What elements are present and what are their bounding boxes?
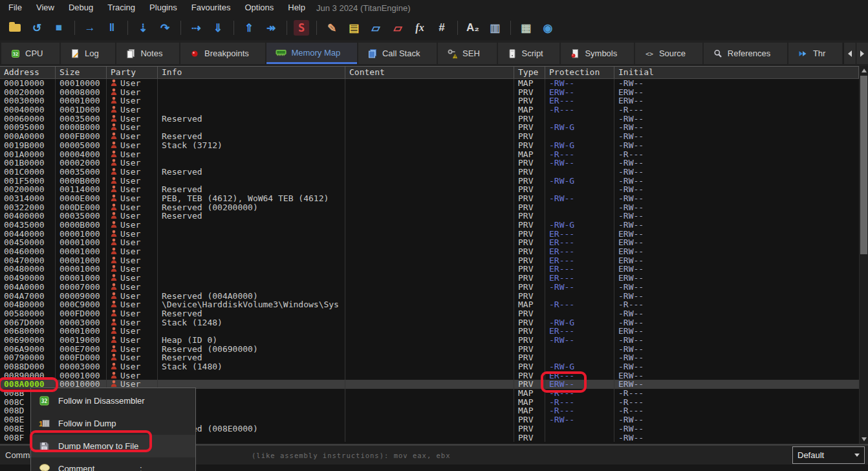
calculator-icon[interactable]: ▦ [517, 19, 534, 36]
tab-breakpoints[interactable]: Breakpoints [180, 43, 265, 64]
tab-log[interactable]: Log [61, 43, 115, 64]
table-row[interactable]: 0044000000001000UserPRVER---ERW-- [0, 230, 859, 239]
table-row[interactable]: 006A9000000E7000UserReserved (00690000)P… [0, 345, 859, 354]
table-row[interactable]: 001B000000002000UserPRV-RW---RW-- [0, 159, 859, 168]
attach-icon[interactable]: ↠ [263, 19, 279, 36]
pause-icon[interactable]: ‖ [103, 19, 120, 36]
hash-icon[interactable]: # [433, 19, 450, 36]
tab-cpu[interactable]: 32CPU [1, 43, 60, 64]
table-row[interactable]: 0045000000001000UserPRVER---ERW-- [0, 238, 859, 247]
open-file-icon[interactable] [6, 19, 23, 36]
table-row[interactable]: 000950000000B000UserPRV-RW-G-RW-- [0, 123, 859, 132]
column-header-info[interactable]: Info [158, 67, 345, 78]
font-icon[interactable]: A₂ [464, 19, 481, 36]
type-cell: PRV [514, 230, 545, 239]
type-cell: PRV [514, 433, 545, 443]
table-row[interactable]: 0069000000019000UserHeap (ID 0)PRV-RW---… [0, 336, 859, 345]
table-row[interactable]: 004B0000000C9000User\Device\HarddiskVolu… [0, 300, 859, 309]
tab-script[interactable]: Script [498, 43, 560, 64]
context-menu-item-comment[interactable]: +Comment; [31, 457, 195, 471]
menu-item-favourites[interactable]: Favourites [184, 0, 238, 16]
step-out-icon[interactable]: ⇓ [210, 19, 226, 36]
tab-scroll-right-icon[interactable] [856, 43, 868, 64]
table-row[interactable]: 000400000001D000UserMAP-R----R--- [0, 105, 859, 115]
execute-till-return-icon[interactable]: ⇢ [188, 19, 204, 36]
context-menu-item-follow-in-dump[interactable]: 1Follow in Dump [31, 412, 195, 435]
menu-item-help[interactable]: Help [281, 0, 312, 16]
tab-memory-map[interactable]: Memory Map [266, 43, 357, 64]
column-header-type[interactable]: Type [514, 67, 545, 78]
context-menu-item-follow-in-disassembler[interactable]: 32Follow in Disassembler [31, 389, 195, 412]
comment-icon[interactable]: ▤ [345, 19, 362, 36]
table-row[interactable]: 0067D00000003000UserStack (1248)PRV-RW-G… [0, 318, 859, 327]
tab-source[interactable]: <>Source [635, 43, 702, 64]
column-header-initial[interactable]: Initial [614, 67, 859, 78]
step-into-icon[interactable]: ⇣ [135, 19, 151, 36]
symbols-icon [570, 49, 580, 59]
labels-red-icon[interactable]: ▱ [389, 19, 406, 36]
table-row[interactable]: 00580000000FD000UserReservedPRV-RW-- [0, 309, 859, 318]
tab-seh[interactable]: SEH [438, 43, 496, 64]
stop-icon[interactable]: ■ [50, 19, 67, 36]
table-row[interactable]: 003140000000E000UserPEB, TEB (4612), WoW… [0, 194, 859, 203]
scrollbar-up-icon[interactable] [860, 66, 868, 75]
restart-icon[interactable]: ↺ [28, 19, 45, 36]
table-row[interactable]: 0006000000035000UserReservedPRV-RW-- [0, 115, 859, 124]
menu-item-tracing[interactable]: Tracing [100, 0, 142, 16]
table-row[interactable]: 0089000000001000UserPRVER---ERW-- [0, 371, 859, 380]
device-icon[interactable]: ▥ [486, 19, 503, 36]
tab-scroll-left-icon[interactable] [843, 43, 856, 64]
table-row[interactable]: 001F50000000B000UserPRV-RW-G-RW-- [0, 177, 859, 186]
menu-item-debug[interactable]: Debug [61, 0, 100, 16]
table-row[interactable]: 0049000000001000UserPRVER---ERW-- [0, 274, 859, 283]
scrollbar-down-icon[interactable] [860, 435, 868, 444]
table-row[interactable]: 0040000000035000UserReservedPRV-RW-- [0, 212, 859, 221]
command-input[interactable]: (like assembly instructions): mov eax, e… [252, 452, 451, 459]
table-row[interactable]: 0002000000008000UserPRVERW--ERW-- [0, 88, 859, 97]
table-row[interactable]: 004350000000B000UserPRV-RW-G-RW-- [0, 221, 859, 230]
table-row[interactable]: 00322000000DE000UserReserved (00200000)P… [0, 203, 859, 212]
table-row[interactable]: 0020000000114000UserReservedPRV-RW-- [0, 185, 859, 194]
tab-call-stack[interactable]: Call Stack [358, 43, 437, 64]
column-header-size[interactable]: Size [56, 67, 107, 78]
labels-blue-icon[interactable]: ▱ [367, 19, 384, 36]
menu-item-view[interactable]: View [29, 0, 61, 16]
run-to-user-code-icon[interactable]: ⇑ [241, 19, 257, 36]
table-row[interactable]: 004A000000007000UserPRV-RW---RW-- [0, 283, 859, 292]
table-row[interactable]: 0046000000001000UserPRVER---ERW-- [0, 247, 859, 256]
table-row[interactable]: 000A0000000FB000UserReservedPRV-RW-- [0, 132, 859, 141]
table-row[interactable]: 004A700000009000UserReserved (004A0000)P… [0, 292, 859, 301]
table-row[interactable]: 001A000000004000UserMAP-R----R--- [0, 150, 859, 159]
run-icon[interactable]: → [81, 19, 98, 36]
table-row[interactable]: 0047000000001000UserPRVER---ERW-- [0, 256, 859, 265]
menu-item-plugins[interactable]: Plugins [142, 0, 184, 16]
context-menu-item-dump-memory-to-file[interactable]: Dump Memory to File [31, 435, 195, 457]
column-header-party[interactable]: Party [107, 67, 158, 78]
profile-dropdown[interactable]: Default [792, 446, 865, 464]
tab-references[interactable]: References [704, 43, 787, 64]
scrollbar-thumb[interactable] [860, 76, 867, 254]
step-over-icon[interactable]: ↷ [157, 19, 173, 36]
column-header-protection[interactable]: Protection [545, 67, 614, 78]
scyllahide-icon[interactable]: S [294, 20, 309, 36]
table-row[interactable]: 001C000000035000UserReservedPRV-RW-- [0, 168, 859, 177]
globe-icon[interactable]: ◉ [539, 19, 556, 36]
table-row[interactable]: 0068000000001000UserPRVER---ERW-- [0, 327, 859, 336]
content-cell [345, 318, 514, 327]
table-row[interactable]: 00790000000FD000UserReservedPRV-RW-- [0, 353, 859, 362]
tab-notes[interactable]: Notes [116, 43, 179, 64]
table-row[interactable]: 0001000000010000UserMAP-RW---RW-- [0, 79, 859, 88]
fx-icon[interactable]: fx [411, 19, 428, 36]
pencil-icon[interactable]: ✎ [323, 19, 340, 36]
menu-item-options[interactable]: Options [237, 0, 281, 16]
table-row[interactable]: 0019B00000005000UserStack (3712)PRV-RW-G… [0, 141, 859, 150]
menu-item-file[interactable]: File [1, 0, 29, 16]
vertical-scrollbar[interactable] [859, 66, 868, 444]
tab-threads[interactable]: Thr [788, 43, 842, 64]
tab-symbols[interactable]: Symbols [561, 43, 634, 64]
column-header-address[interactable]: Address [0, 67, 56, 78]
column-header-content[interactable]: Content [345, 67, 514, 78]
table-row[interactable]: 0048000000001000UserPRVER---ERW-- [0, 265, 859, 274]
table-row[interactable]: 0088D00000003000UserStack (1480)PRV-RW-G… [0, 362, 859, 371]
table-row[interactable]: 0003000000001000UserPRVER---ERW-- [0, 96, 859, 105]
